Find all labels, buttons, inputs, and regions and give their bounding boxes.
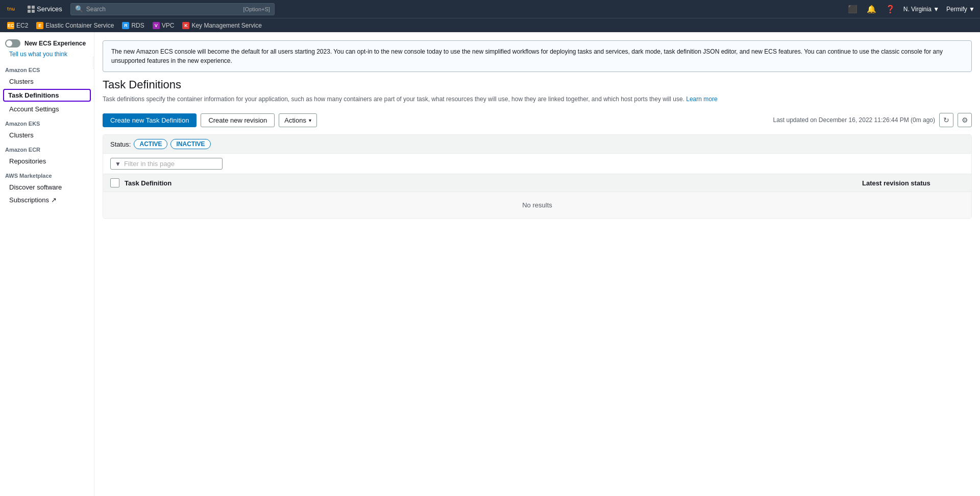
actions-chevron-icon: ▾ [309, 117, 311, 123]
services-button[interactable]: Services [24, 3, 65, 15]
table-header: Task Definition Latest revision status [103, 174, 971, 192]
learn-more-link[interactable]: Learn more [686, 96, 717, 103]
region-selector[interactable]: N. Virginia ▼ [903, 6, 939, 13]
feedback-link[interactable]: Tell us what you think [0, 51, 94, 62]
bell-icon[interactable]: 🔔 [866, 4, 877, 15]
sidebar-item-account-settings[interactable]: Account Settings [0, 103, 94, 115]
amazon-ecs-section: Amazon ECS [0, 62, 94, 75]
col-task-definition: Task Definition [125, 179, 857, 187]
bookmark-kms[interactable]: K Key Management Service [179, 21, 264, 30]
status-label: Status: [110, 140, 131, 148]
create-task-def-button[interactable]: Create new Task Definition [103, 113, 197, 127]
aws-marketplace-section: AWS Marketplace [0, 168, 94, 181]
search-bar[interactable]: 🔍 [Option+S] [70, 3, 275, 15]
bookmark-vpc[interactable]: V VPC [150, 21, 178, 30]
search-shortcut: [Option+S] [243, 6, 270, 12]
ecs-label: Elastic Container Service [45, 22, 114, 29]
settings-button[interactable]: ⚙ [958, 113, 972, 127]
action-bar: Create new Task Definition Create new re… [103, 113, 972, 127]
refresh-button[interactable]: ↻ [939, 113, 953, 127]
account-selector[interactable]: Permify ▼ [946, 6, 975, 13]
sidebar: New ECS Experience Tell us what you thin… [0, 32, 94, 496]
bookmark-ecs[interactable]: E Elastic Container Service [33, 21, 117, 30]
main-layout: New ECS Experience Tell us what you thin… [0, 32, 980, 496]
top-navigation: Services 🔍 [Option+S] ⬛ 🔔 ❓ N. Virginia … [0, 0, 980, 18]
info-banner: The new Amazon ECS console will become t… [103, 40, 972, 72]
create-revision-button[interactable]: Create new revision [201, 113, 275, 127]
search-icon: 🔍 [75, 5, 83, 13]
task-definitions-table: Status: ACTIVE INACTIVE ▼ Task Definitio… [103, 134, 972, 219]
info-banner-text: The new Amazon ECS console will become t… [111, 48, 943, 64]
terminal-icon[interactable]: ⬛ [847, 4, 859, 15]
sidebar-item-repositories[interactable]: Repositories [0, 155, 94, 168]
vpc-icon: V [153, 22, 160, 29]
filter-input-wrapper: ▼ [110, 158, 223, 170]
new-ecs-toggle[interactable] [5, 39, 20, 48]
ecs-icon: E [36, 22, 43, 29]
sidebar-item-eks-clusters[interactable]: Clusters [0, 129, 94, 141]
search-input[interactable] [86, 6, 240, 13]
aws-logo[interactable] [5, 5, 19, 14]
sidebar-item-task-definitions[interactable]: Task Definitions [3, 89, 91, 102]
amazon-ecr-section: Amazon ECR [0, 141, 94, 155]
ec2-icon: EC [7, 22, 14, 29]
no-results-message: No results [103, 192, 971, 218]
status-row: Status: ACTIVE INACTIVE [103, 135, 971, 154]
ec2-label: EC2 [16, 22, 28, 29]
bookmarks-bar: EC EC2 E Elastic Container Service R RDS… [0, 18, 980, 32]
ecs-toggle-label: New ECS Experience [24, 40, 86, 47]
bookmark-ec2[interactable]: EC EC2 [4, 21, 31, 30]
actions-label: Actions [284, 116, 306, 124]
page-title: Task Definitions [103, 78, 972, 91]
filter-icon: ▼ [115, 160, 121, 168]
rds-label: RDS [131, 22, 144, 29]
nav-right: ⬛ 🔔 ❓ N. Virginia ▼ Permify ▼ [847, 4, 975, 15]
last-updated-text: Last updated on December 16, 2022 11:26:… [773, 116, 935, 124]
page-description: Task definitions specify the container i… [103, 95, 972, 104]
rds-icon: R [122, 22, 129, 29]
kms-icon: K [182, 22, 189, 29]
ecs-toggle-row: New ECS Experience [0, 36, 94, 51]
actions-dropdown-button[interactable]: Actions ▾ [279, 113, 317, 127]
table-body: No results [103, 192, 971, 218]
select-all-checkbox[interactable] [110, 178, 119, 187]
last-updated-info: Last updated on December 16, 2022 11:26:… [773, 113, 972, 127]
filter-input[interactable] [124, 160, 218, 168]
services-label: Services [37, 5, 62, 13]
page-content: Task Definitions Task definitions specif… [94, 78, 980, 219]
filter-row: ▼ [103, 154, 971, 174]
status-inactive-tab[interactable]: INACTIVE [170, 139, 210, 149]
bookmark-rds[interactable]: R RDS [119, 21, 147, 30]
kms-label: Key Management Service [191, 22, 261, 29]
help-icon[interactable]: ❓ [885, 4, 896, 15]
sidebar-collapse-button[interactable]: ‹ [93, 57, 94, 69]
main-content: The new Amazon ECS console will become t… [94, 32, 980, 496]
col-revision-status: Latest revision status [862, 179, 964, 187]
sidebar-item-clusters[interactable]: Clusters [0, 75, 94, 88]
sidebar-item-subscriptions[interactable]: Subscriptions ↗ [0, 194, 94, 206]
status-active-tab[interactable]: ACTIVE [134, 139, 167, 149]
amazon-eks-section: Amazon EKS [0, 115, 94, 129]
vpc-label: VPC [162, 22, 175, 29]
sidebar-item-discover-software[interactable]: Discover software [0, 181, 94, 194]
